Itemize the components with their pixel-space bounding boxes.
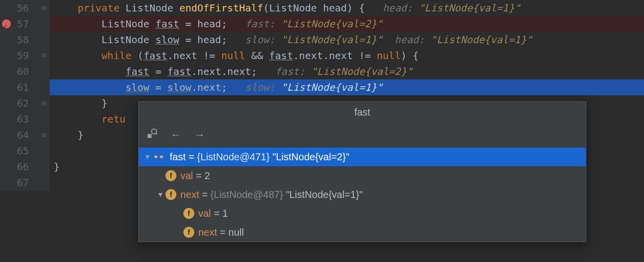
line-number[interactable]: 64 bbox=[0, 127, 40, 143]
line-number[interactable]: 60 bbox=[0, 64, 40, 79]
tree-row[interactable]: ▼ 👓 fast = {ListNode@471} "ListNode{val=… bbox=[139, 147, 586, 166]
var-value: null bbox=[229, 223, 244, 242]
var-name: next bbox=[180, 185, 199, 204]
var-name: val bbox=[180, 166, 193, 185]
fold-marker-icon[interactable]: ⊟ bbox=[41, 4, 48, 11]
var-name: val bbox=[198, 204, 211, 223]
popup-title: fast bbox=[139, 102, 586, 123]
line-number[interactable]: 63 bbox=[0, 111, 40, 127]
line-number[interactable]: 59 bbox=[0, 48, 40, 64]
line-number[interactable]: 62 bbox=[0, 95, 40, 111]
code-line[interactable]: while (fast.next != null && fast.next.ne… bbox=[50, 48, 644, 64]
line-number[interactable]: 61 bbox=[0, 79, 40, 95]
tree-row[interactable]: ▼ f next = {ListNode@487} "ListNode{val=… bbox=[139, 185, 586, 204]
tree-row[interactable]: f next = null bbox=[139, 223, 586, 242]
svg-line-2 bbox=[156, 133, 157, 134]
inline-hint: fast: bbox=[257, 66, 311, 77]
line-number[interactable]: 66 bbox=[0, 159, 40, 175]
inline-hint-value: "ListNode{val=1}" bbox=[431, 34, 533, 46]
var-value: 1 bbox=[222, 204, 228, 223]
var-value: 2 bbox=[204, 166, 210, 185]
field-badge-icon: f bbox=[165, 189, 176, 200]
fold-marker-icon[interactable]: ⊟ bbox=[41, 52, 48, 59]
line-number[interactable]: 67 bbox=[0, 175, 40, 191]
breakpoint-icon[interactable] bbox=[2, 19, 11, 28]
var-name: next bbox=[198, 223, 217, 242]
debug-quick-evaluate-popup[interactable]: fast ← → ▼ 👓 fast = {ListNode@471} "List… bbox=[138, 101, 586, 242]
inline-hint: slow: bbox=[227, 34, 281, 46]
var-type: {ListNode@471} bbox=[197, 147, 270, 166]
back-arrow-icon[interactable]: ← bbox=[169, 129, 182, 141]
svg-rect-0 bbox=[148, 134, 152, 138]
fold-marker-icon[interactable]: ⊟ bbox=[41, 131, 48, 138]
fold-column: ⊟ ⊟ ⊟ ⊟ bbox=[40, 0, 50, 191]
var-value: "ListNode{val=1}" bbox=[283, 185, 363, 204]
inline-hint: fast: bbox=[227, 18, 281, 30]
evaluate-icon[interactable] bbox=[146, 128, 159, 142]
field-badge-icon: f bbox=[183, 208, 194, 219]
gutter: 56 57 58 59 60 61 62 63 64 65 66 67 bbox=[0, 0, 40, 191]
line-number[interactable]: 56 bbox=[0, 0, 40, 16]
line-number[interactable]: 65 bbox=[0, 143, 40, 159]
code-line[interactable]: fast = fast.next.next; fast: "ListNode{v… bbox=[50, 64, 644, 79]
inline-hint-value: "ListNode{val=1}" bbox=[281, 81, 383, 93]
fold-marker-icon[interactable]: ⊟ bbox=[41, 100, 48, 107]
var-type: {ListNode@487} bbox=[211, 185, 283, 204]
inline-hint-value: "ListNode{val=2}" bbox=[311, 66, 413, 77]
inline-hint-value: "ListNode{val=1}" bbox=[281, 34, 383, 46]
inline-hint: head: bbox=[383, 34, 430, 46]
inline-hint: head: bbox=[365, 2, 418, 14]
inline-hint: slow: bbox=[227, 81, 281, 93]
code-line-current[interactable]: slow = slow.next; slow: "ListNode{val=1}… bbox=[50, 79, 644, 95]
line-number[interactable]: 57 bbox=[0, 16, 40, 32]
tree-row[interactable]: f val = 2 bbox=[139, 166, 586, 185]
var-value: "ListNode{val=2}" bbox=[270, 147, 349, 166]
watch-glasses-icon: 👓 bbox=[153, 147, 165, 166]
var-name: fast bbox=[170, 147, 186, 166]
inline-hint-value: "ListNode{val=2}" bbox=[281, 18, 383, 30]
expand-chevron-icon[interactable]: ▼ bbox=[156, 185, 165, 204]
tree-row[interactable]: f val = 1 bbox=[139, 204, 586, 223]
code-line[interactable]: private ListNode endOfFirstHalf(ListNode… bbox=[50, 0, 644, 16]
expand-chevron-icon[interactable]: ▼ bbox=[143, 147, 153, 166]
code-line[interactable]: ListNode fast = head; fast: "ListNode{va… bbox=[50, 16, 644, 32]
forward-arrow-icon[interactable]: → bbox=[193, 129, 206, 141]
field-badge-icon: f bbox=[165, 170, 176, 181]
popup-toolbar: ← → bbox=[139, 123, 586, 147]
line-number[interactable]: 58 bbox=[0, 32, 40, 48]
inline-hint-value: "ListNode{val=1}" bbox=[419, 2, 521, 14]
variables-tree[interactable]: ▼ 👓 fast = {ListNode@471} "ListNode{val=… bbox=[139, 147, 586, 242]
field-badge-icon: f bbox=[183, 227, 194, 238]
code-line[interactable]: ListNode slow = head; slow: "ListNode{va… bbox=[50, 32, 644, 48]
